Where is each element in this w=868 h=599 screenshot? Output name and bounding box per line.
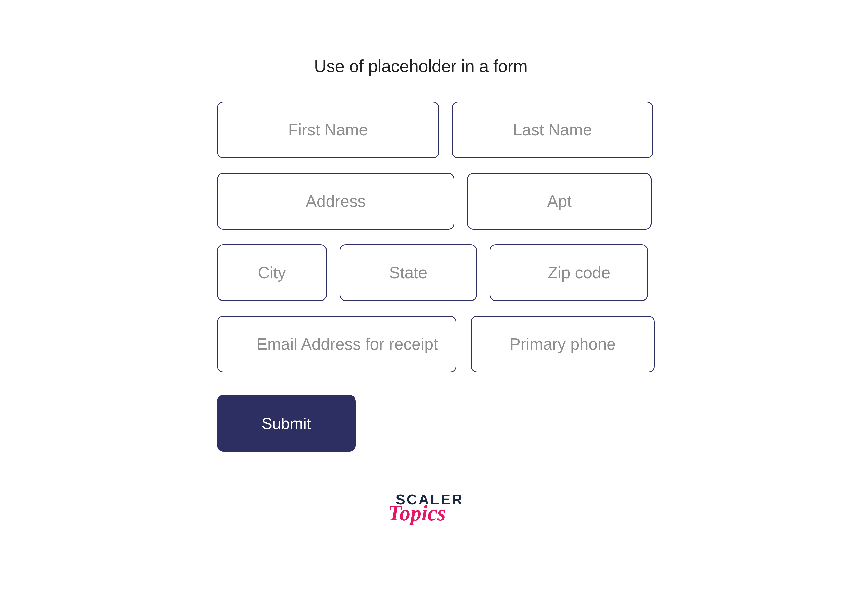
apt-input[interactable] — [467, 173, 652, 230]
placeholder-demo-form: Submit — [217, 102, 656, 452]
first-name-input[interactable] — [217, 102, 439, 158]
last-name-input[interactable] — [452, 102, 653, 158]
state-input[interactable] — [340, 244, 477, 301]
address-input[interactable] — [217, 173, 454, 230]
scaler-topics-logo: SCALER Topics — [396, 492, 868, 524]
submit-button[interactable]: Submit — [217, 395, 356, 452]
city-input[interactable] — [217, 244, 327, 301]
phone-input[interactable] — [471, 316, 655, 372]
email-input[interactable] — [217, 316, 456, 372]
page-title: Use of placeholder in a form — [314, 56, 868, 76]
zip-input[interactable] — [490, 244, 648, 301]
